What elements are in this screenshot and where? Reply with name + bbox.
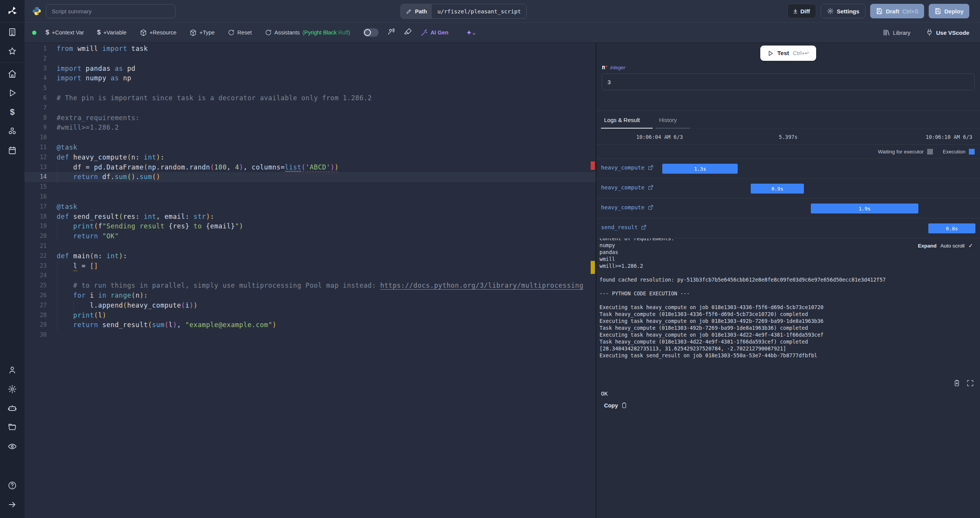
sidebar-expand-button[interactable] [0, 495, 24, 514]
multiplayer-button[interactable] [387, 28, 395, 37]
sidebar-item-audit[interactable] [0, 437, 24, 456]
sidebar-item-favorites[interactable] [0, 42, 24, 61]
code-line[interactable]: 4import numpy as np [24, 73, 596, 83]
fullscreen-icon[interactable] [967, 380, 974, 387]
timeline-task-link[interactable]: heavy_compute [601, 204, 653, 210]
draft-button[interactable]: Draft Ctrl+S [870, 4, 924, 18]
test-button[interactable]: Test Ctrl+↵ [760, 46, 817, 61]
code-line[interactable]: 3import pandas as pd [24, 64, 596, 74]
sidebar-item-workers[interactable] [0, 399, 24, 418]
settings-button[interactable]: Settings [821, 4, 866, 18]
code-line[interactable]: 30 [24, 330, 596, 340]
pencil-icon [406, 8, 412, 15]
copy-result-button[interactable]: Copy [604, 402, 627, 409]
library-button[interactable]: Library [882, 29, 910, 36]
code-line[interactable]: 9#wmill>=1.286.2 [24, 123, 596, 133]
code-line[interactable]: 1from wmill import task [24, 44, 596, 54]
code-line[interactable]: 28 print(l) [24, 311, 596, 321]
code-line[interactable]: 18def send_result(res: int, email: str): [24, 212, 596, 222]
sidebar-item-folders[interactable] [0, 418, 24, 437]
code-line[interactable]: 11@task [24, 143, 596, 153]
sidebar-item-home[interactable] [0, 64, 24, 83]
sidebar-item-runs[interactable] [0, 83, 24, 103]
add-resource-button[interactable]: +Resource [140, 29, 177, 36]
code-line[interactable]: 8#extra_requirements: [24, 113, 596, 123]
sidebar-item-help[interactable] [0, 476, 24, 495]
timeline-task-link[interactable]: send_result [601, 224, 647, 230]
deploy-button[interactable]: Deploy [929, 4, 969, 18]
code-line[interactable]: 23 l = [] [24, 261, 596, 271]
check-icon: ✓ [968, 242, 973, 249]
sidebar-item-variables[interactable]: $ [0, 103, 24, 122]
reset-button[interactable]: Reset [228, 29, 252, 36]
code-line[interactable]: 26 for i in range(n): [24, 291, 596, 301]
ai-gen-button[interactable]: AI Gen [421, 29, 449, 36]
timeline-row: heavy_compute1.3s [596, 159, 980, 179]
windmill-logo[interactable] [0, 0, 24, 23]
argument-label: n*integer [602, 64, 975, 71]
home-icon [8, 69, 17, 78]
path-button[interactable]: Path u/rfiszel/pleasant_script [400, 4, 527, 19]
code-line[interactable]: 2 [24, 54, 596, 64]
timeline-row: heavy_compute0.9s [596, 179, 980, 199]
app-window: $ [0, 0, 980, 518]
code-line[interactable]: 22def main(n: int): [24, 251, 596, 261]
argument-n-input[interactable] [602, 73, 975, 90]
code-line[interactable]: 29 return send_result(sum(l), "example@e… [24, 320, 596, 330]
play-icon [767, 50, 774, 57]
test-panel: Test Ctrl+↵ n*integer Logs & Result Hist… [596, 43, 980, 518]
add-context-var-button[interactable]: $ +Context Var [46, 29, 84, 36]
wand-icon [421, 29, 428, 36]
code-line[interactable]: 10 [24, 133, 596, 143]
code-line[interactable]: 7 [24, 103, 596, 113]
code-line[interactable]: 16 [24, 192, 596, 202]
code-line[interactable]: 17@task [24, 202, 596, 212]
dollar-icon: $ [46, 29, 49, 36]
code-line[interactable]: 25 # to run things in parallel, simply u… [24, 281, 596, 291]
code-line[interactable]: 19 print(f"Sending result {res} to {emai… [24, 222, 596, 231]
diff-button[interactable]: ± Diff [787, 4, 816, 18]
sidebar-item-settings[interactable] [0, 380, 24, 399]
sparkles-icon[interactable]: ✦₊ [466, 28, 476, 37]
top-bar: Path u/rfiszel/pleasant_script ± Diff Se… [24, 0, 980, 23]
auto-scroll-toggle[interactable]: Auto scroll [940, 243, 964, 249]
use-vscode-button[interactable]: Use VScode [926, 29, 969, 36]
timeline-task-link[interactable]: heavy_compute [601, 184, 653, 191]
logs-expand-button[interactable]: Expand [918, 243, 937, 249]
tab-history[interactable]: History [657, 111, 678, 129]
calendar-icon [8, 146, 17, 155]
code-line[interactable]: 21 [24, 241, 596, 251]
add-variable-button[interactable]: $ +Variable [97, 29, 126, 36]
code-line[interactable]: 5 [24, 83, 596, 93]
timeline-task-link[interactable]: heavy_compute [601, 165, 653, 171]
code-line[interactable]: 24 [24, 271, 596, 281]
code-line[interactable]: 13 df = pd.DataFrame(np.random.randn(100… [24, 163, 596, 173]
duration-bar: 1.3s [662, 164, 738, 174]
copy-logs-icon[interactable] [953, 380, 960, 387]
code-line[interactable]: 14 return df.sum().sum() [24, 172, 596, 182]
sidebar-item-resources[interactable] [0, 122, 24, 141]
sidebar-item-account[interactable] [0, 360, 24, 380]
assistant-toggle[interactable] [363, 28, 379, 37]
duration-bar: 1.9s [811, 204, 918, 213]
assistants-button[interactable]: Assistants (Pyright Black Ruff) [265, 29, 350, 36]
script-summary-input[interactable] [46, 4, 175, 18]
run-end-time: 10:06:10 AM 6/3 [926, 134, 972, 140]
format-button[interactable] [404, 28, 412, 37]
add-type-button[interactable]: +Type [189, 29, 215, 36]
code-line[interactable]: 20 return "OK" [24, 231, 596, 241]
assistant-ruff: Ruff [338, 29, 348, 36]
code-line[interactable]: 27 l.append(heavy_compute(i)) [24, 301, 596, 311]
code-line[interactable]: 15 [24, 182, 596, 192]
code-line[interactable]: 6# The pin is important since task is a … [24, 93, 596, 103]
legend-waiting-label: Waiting for executor [878, 149, 924, 155]
users-icon [387, 28, 395, 36]
sidebar-item-workspace[interactable] [0, 23, 24, 42]
dollar-icon: $ [97, 29, 100, 36]
logs-viewer[interactable]: content of requirements: numpy pandas wm… [596, 238, 980, 376]
result-value: OK [601, 391, 975, 397]
code-editor[interactable]: 1from wmill import task23import pandas a… [24, 43, 596, 518]
tab-logs-result[interactable]: Logs & Result [603, 111, 641, 129]
sidebar-item-schedules[interactable] [0, 141, 24, 160]
code-line[interactable]: 12def heavy_compute(n: int): [24, 153, 596, 163]
